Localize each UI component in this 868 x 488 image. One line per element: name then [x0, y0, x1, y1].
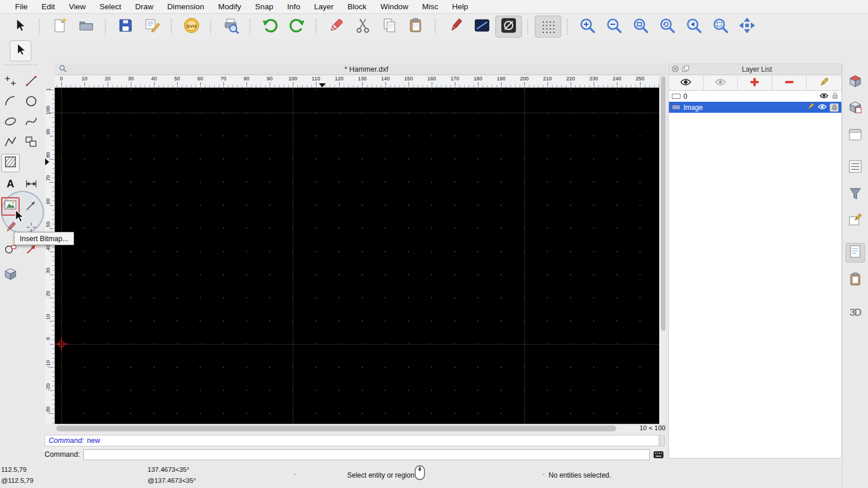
zoom-redraw-button[interactable] — [654, 16, 681, 38]
command-history-scrollbar[interactable] — [660, 435, 665, 446]
layer-row-selected[interactable]: Image — [669, 102, 841, 113]
tool-circles[interactable] — [22, 93, 41, 112]
layer-color-chip[interactable] — [672, 105, 681, 110]
tool-ellipses[interactable] — [1, 113, 20, 132]
pen-icon — [447, 17, 464, 36]
palette-drag-handle[interactable] — [3, 64, 37, 66]
layer-color-chip[interactable] — [672, 94, 681, 99]
remove-layer-button[interactable] — [773, 75, 807, 91]
tool-hatch[interactable] — [1, 154, 20, 172]
zoom-previous-button[interactable] — [681, 16, 707, 38]
drawing-canvas[interactable] — [55, 88, 659, 424]
command-history[interactable]: Command: new — [45, 435, 659, 446]
save-button[interactable] — [112, 16, 139, 38]
command-dock-button[interactable] — [845, 243, 865, 263]
zoom-auto-button[interactable] — [627, 16, 654, 38]
grid-toggle-button[interactable] — [535, 16, 561, 38]
layer-visibility-icon[interactable] — [818, 103, 827, 112]
circle-icon — [24, 94, 38, 110]
ellipse-icon — [3, 114, 17, 131]
vertical-scrollbar[interactable] — [659, 75, 666, 424]
ruler-h-label: 200 — [516, 76, 533, 82]
library-browser-dock-button[interactable] — [845, 126, 865, 146]
current-tool-select-button[interactable] — [10, 40, 31, 61]
menu-layer[interactable]: Layer — [307, 0, 341, 14]
vertical-scrollbar-thumb[interactable] — [661, 76, 665, 331]
menu-dimension[interactable]: Dimension — [160, 0, 211, 14]
layer-name: 0 — [683, 93, 816, 101]
zoom-pan-button[interactable] — [734, 16, 760, 38]
tool-insert-image[interactable] — [1, 197, 20, 216]
layer-edit-icon[interactable] — [807, 102, 815, 112]
ruler-h-label: 190 — [492, 76, 510, 82]
tool-splines[interactable] — [22, 113, 41, 132]
toolbar-separator — [527, 19, 529, 34]
menu-snap[interactable]: Snap — [248, 0, 281, 14]
save-as-button[interactable] — [139, 16, 165, 38]
tool-text[interactable]: A — [1, 176, 20, 194]
menu-help[interactable]: Help — [445, 0, 475, 14]
detach-icon[interactable] — [682, 65, 689, 74]
close-icon[interactable] — [672, 65, 679, 74]
edit-layer-button[interactable] — [807, 75, 841, 91]
entity-list-dock-button[interactable] — [845, 158, 865, 178]
menu-view[interactable]: View — [62, 0, 93, 14]
new-file-button[interactable] — [46, 16, 73, 38]
layer-row[interactable]: 0 — [669, 91, 841, 102]
pen-attributes-button[interactable] — [442, 16, 469, 38]
menu-bar: File Edit View Select Draw Dimension Mod… — [0, 0, 868, 14]
3d-view-dock-button[interactable]: 3D — [845, 303, 865, 323]
layer-visibility-icon[interactable] — [819, 93, 829, 101]
open-file-button[interactable] — [73, 16, 100, 38]
menu-draw[interactable]: Draw — [128, 0, 161, 14]
layer-lock-icon[interactable] — [832, 92, 838, 101]
line-attributes-button[interactable] — [469, 16, 495, 38]
command-input[interactable] — [83, 449, 650, 460]
layer-list-dock-button[interactable] — [845, 73, 865, 93]
menu-modify[interactable]: Modify — [211, 0, 248, 14]
zoom-window-button[interactable] — [707, 16, 734, 38]
add-layer-button[interactable] — [738, 75, 773, 91]
tool-solids-3d[interactable] — [1, 266, 20, 284]
window-zoom-icon[interactable] — [59, 65, 67, 74]
tool-dimensions[interactable] — [22, 176, 41, 194]
ruler-h-label: 50 — [168, 76, 186, 82]
pen-palette-dock-button[interactable] — [845, 211, 865, 231]
tool-arcs[interactable] — [1, 93, 20, 112]
delete-button[interactable] — [323, 16, 350, 38]
polygon-icon — [24, 135, 38, 151]
menu-window[interactable]: Window — [374, 0, 415, 14]
undo-button[interactable] — [257, 16, 284, 38]
redo-button[interactable] — [284, 16, 310, 38]
document-title-bar[interactable]: * Hammer.dxf — [55, 64, 666, 75]
copy-button[interactable] — [376, 16, 403, 38]
draft-mode-toggle[interactable] — [495, 16, 522, 38]
menu-misc[interactable]: Misc — [415, 0, 446, 14]
hide-all-layers-button[interactable] — [704, 75, 738, 91]
tool-polygons[interactable] — [22, 134, 41, 152]
cut-button[interactable] — [350, 16, 376, 38]
horizontal-scrollbar-thumb[interactable] — [56, 426, 616, 431]
print-preview-button[interactable] — [218, 16, 244, 38]
tool-polylines[interactable] — [1, 134, 20, 152]
menu-edit[interactable]: Edit — [35, 0, 62, 14]
keyboard-toggle-icon[interactable] — [652, 449, 665, 460]
zoom-out-button[interactable] — [601, 16, 627, 38]
clipboard-dock-button[interactable] — [845, 271, 865, 290]
selection-filter-dock-button[interactable] — [845, 185, 865, 205]
export-svg-button[interactable]: SVG — [178, 16, 205, 38]
zoom-in-button[interactable] — [574, 16, 601, 38]
menu-block[interactable]: Block — [341, 0, 374, 14]
menu-select[interactable]: Select — [93, 0, 128, 14]
menu-info[interactable]: Info — [280, 0, 307, 14]
tool-dimension-leader[interactable] — [22, 197, 41, 216]
show-all-layers-button[interactable] — [669, 75, 704, 91]
paste-button[interactable] — [403, 16, 429, 38]
select-arrow-button[interactable] — [7, 16, 34, 38]
horizontal-scrollbar[interactable] — [55, 424, 659, 432]
tool-lines[interactable] — [22, 73, 41, 91]
layer-lock-icon[interactable] — [830, 103, 838, 112]
tool-points[interactable] — [1, 73, 20, 91]
block-list-dock-button[interactable] — [845, 99, 865, 119]
menu-file[interactable]: File — [8, 0, 35, 14]
